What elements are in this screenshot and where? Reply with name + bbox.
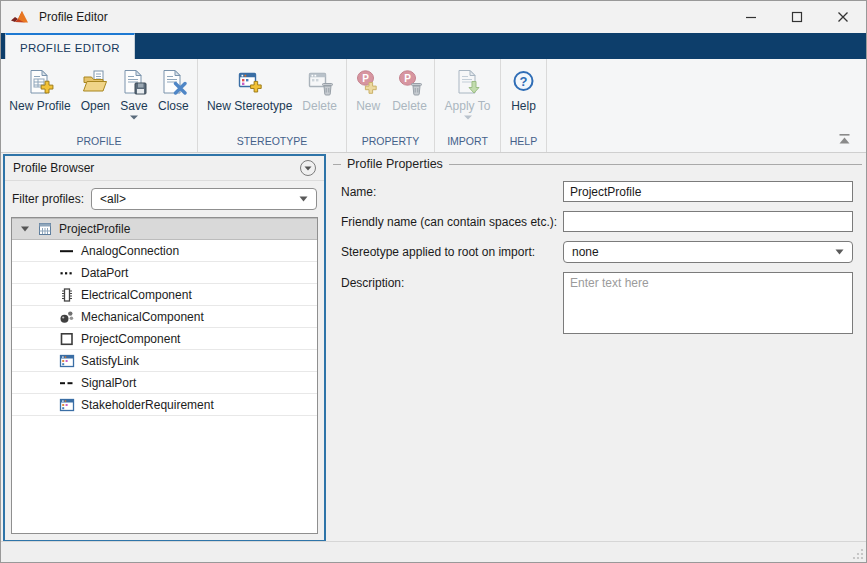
- solid-line-icon: [58, 243, 76, 259]
- tree-row-analogconnection[interactable]: AnalogConnection: [12, 240, 317, 262]
- dashed-line-icon: [58, 375, 76, 391]
- chevron-down-icon: [130, 115, 138, 120]
- tree-row-signalport[interactable]: SignalPort: [12, 372, 317, 394]
- new-stereotype-icon: [236, 67, 264, 97]
- tree-row-dataport[interactable]: DataPort: [12, 262, 317, 284]
- new-profile-icon: [26, 67, 54, 97]
- minimize-button[interactable]: [728, 1, 774, 33]
- new-stereotype-button[interactable]: New Stereotype: [203, 64, 296, 133]
- chevron-down-icon: [299, 196, 308, 202]
- tree-row-projectprofile[interactable]: ProjectProfile: [12, 218, 317, 240]
- table-grid-icon: [58, 353, 76, 369]
- svg-text:P: P: [404, 73, 411, 84]
- group-help: ? Help HELP: [501, 59, 547, 152]
- new-property-icon: P: [354, 67, 382, 97]
- open-icon: [81, 67, 109, 97]
- group-label-stereotype: STEREOTYPE: [198, 133, 346, 152]
- tree-row-projectcomponent[interactable]: ProjectComponent: [12, 328, 317, 350]
- close-profile-icon: [159, 67, 187, 97]
- name-input[interactable]: [563, 181, 853, 202]
- delete-property-icon: P: [396, 67, 424, 97]
- root-stereotype-label: Stereotype applied to root on import:: [341, 241, 563, 263]
- chevron-down-icon[interactable]: [20, 225, 36, 233]
- spheres-icon: [58, 309, 76, 325]
- help-button[interactable]: ? Help: [506, 64, 542, 133]
- save-icon: [120, 67, 148, 97]
- profile-icon: [36, 221, 54, 237]
- profile-browser-panel: Profile Browser Filter profiles: <all>: [3, 154, 326, 542]
- chevron-down-icon: [835, 249, 844, 255]
- square-outline-icon: [58, 331, 76, 347]
- delete-property-button[interactable]: P Delete: [388, 64, 431, 133]
- collapse-ribbon-button[interactable]: [835, 131, 854, 147]
- panel-menu-button[interactable]: [300, 160, 316, 176]
- group-label-help: HELP: [501, 133, 546, 152]
- profile-tree: ProjectProfile AnalogConnection DataPort: [11, 217, 318, 534]
- close-button[interactable]: [820, 1, 866, 33]
- group-label-property: PROPERTY: [347, 133, 434, 152]
- profile-properties-panel: Profile Properties Name: Friendly name (…: [333, 154, 862, 542]
- friendly-name-input[interactable]: [563, 211, 853, 232]
- root-stereotype-dropdown[interactable]: none: [563, 241, 853, 263]
- friendly-name-label: Friendly name (can contain spaces etc.):: [341, 211, 563, 232]
- new-property-button[interactable]: P New: [350, 64, 386, 133]
- maximize-button[interactable]: [774, 1, 820, 33]
- group-property: P New P: [347, 59, 435, 152]
- group-label-import: IMPORT: [435, 133, 500, 152]
- chevron-down-icon: [464, 115, 472, 120]
- titlebar: Profile Editor: [1, 1, 866, 33]
- tree-row-stakeholderrequirement[interactable]: StakeholderRequirement: [12, 394, 317, 416]
- filter-profiles-label: Filter profiles:: [12, 192, 91, 206]
- delete-stereotype-button[interactable]: Delete: [298, 64, 341, 133]
- close-profile-button[interactable]: Close: [154, 64, 193, 133]
- profile-properties-legend: Profile Properties: [333, 156, 862, 172]
- save-button[interactable]: Save: [116, 64, 152, 133]
- group-stereotype: New Stereotype: [198, 59, 347, 152]
- root-stereotype-field-row: Stereotype applied to root on import: no…: [333, 241, 862, 263]
- tree-row-satisfylink[interactable]: SatisfyLink: [12, 350, 317, 372]
- dotted-line-icon: [58, 265, 76, 281]
- chip-icon: [58, 287, 76, 303]
- legend-line: [449, 164, 862, 165]
- name-field-row: Name:: [333, 181, 862, 202]
- ribbon-tab-bar: PROFILE EDITOR: [1, 33, 866, 59]
- name-label: Name:: [341, 181, 563, 202]
- table-grid-icon: [58, 397, 76, 413]
- profile-browser-header: Profile Browser: [5, 156, 324, 181]
- svg-text:P: P: [362, 73, 369, 84]
- status-bar: [1, 541, 866, 562]
- root-stereotype-value: none: [572, 245, 599, 259]
- description-label: Description:: [341, 272, 563, 334]
- matlab-logo-icon: [11, 9, 29, 25]
- svg-text:?: ?: [519, 74, 527, 89]
- ribbon-toolbar: New Profile Open: [1, 59, 866, 153]
- tree-row-mechanicalcomponent[interactable]: MechanicalComponent: [12, 306, 317, 328]
- group-label-profile: PROFILE: [1, 133, 197, 152]
- filter-profiles-dropdown[interactable]: <all>: [91, 188, 317, 210]
- new-profile-button[interactable]: New Profile: [5, 64, 74, 133]
- friendly-name-field-row: Friendly name (can contain spaces etc.):: [333, 211, 862, 232]
- group-import: Apply To IMPORT: [435, 59, 501, 152]
- tree-row-electricalcomponent[interactable]: ElectricalComponent: [12, 284, 317, 306]
- profile-browser-title: Profile Browser: [13, 161, 94, 175]
- apply-to-icon: [454, 67, 482, 97]
- resize-grip[interactable]: [851, 547, 864, 560]
- toolbar-spacer: [547, 59, 866, 152]
- description-textarea[interactable]: [563, 272, 853, 334]
- group-profile: New Profile Open: [1, 59, 198, 152]
- help-icon: ?: [510, 67, 538, 97]
- window-title: Profile Editor: [39, 10, 108, 24]
- profile-editor-window: Profile Editor PROFILE EDITOR: [0, 0, 867, 563]
- legend-line: [333, 164, 341, 165]
- tab-profile-editor[interactable]: PROFILE EDITOR: [5, 33, 135, 59]
- delete-stereotype-icon: [306, 67, 334, 97]
- open-button[interactable]: Open: [77, 64, 114, 133]
- apply-to-button[interactable]: Apply To: [441, 64, 495, 133]
- window-controls: [728, 1, 866, 33]
- profile-properties-title: Profile Properties: [341, 157, 449, 171]
- filter-profiles-value: <all>: [100, 192, 126, 206]
- filter-row: Filter profiles: <all>: [5, 181, 324, 215]
- description-field-row: Description:: [333, 272, 862, 334]
